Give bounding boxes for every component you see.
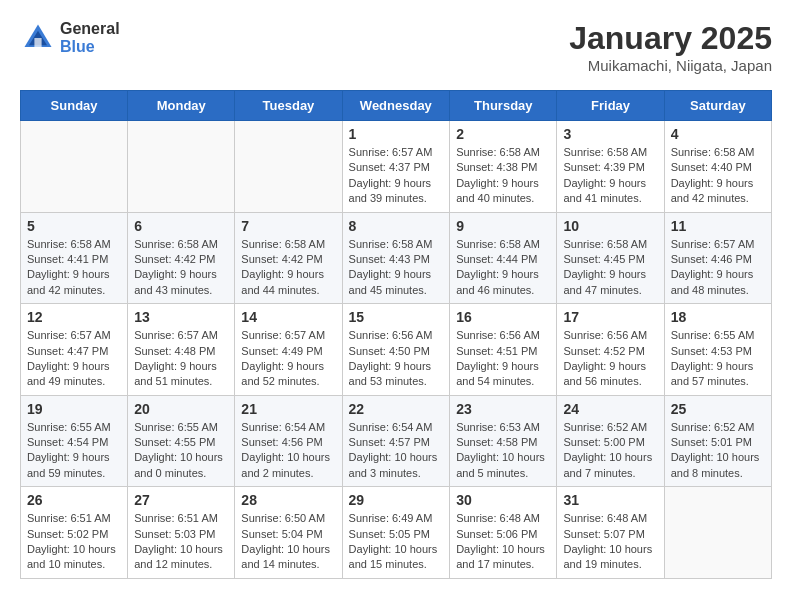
day-detail: Sunrise: 6:56 AM Sunset: 4:52 PM Dayligh… xyxy=(563,328,657,390)
calendar-day-21: 21Sunrise: 6:54 AM Sunset: 4:56 PM Dayli… xyxy=(235,395,342,487)
day-number: 29 xyxy=(349,492,444,508)
calendar-week-row: 12Sunrise: 6:57 AM Sunset: 4:47 PM Dayli… xyxy=(21,304,772,396)
weekday-header-thursday: Thursday xyxy=(450,91,557,121)
calendar-day-17: 17Sunrise: 6:56 AM Sunset: 4:52 PM Dayli… xyxy=(557,304,664,396)
day-detail: Sunrise: 6:50 AM Sunset: 5:04 PM Dayligh… xyxy=(241,511,335,573)
calendar-week-row: 5Sunrise: 6:58 AM Sunset: 4:41 PM Daylig… xyxy=(21,212,772,304)
day-number: 18 xyxy=(671,309,765,325)
calendar-day-empty xyxy=(235,121,342,213)
weekday-header-sunday: Sunday xyxy=(21,91,128,121)
day-number: 5 xyxy=(27,218,121,234)
day-number: 14 xyxy=(241,309,335,325)
day-number: 30 xyxy=(456,492,550,508)
day-detail: Sunrise: 6:52 AM Sunset: 5:01 PM Dayligh… xyxy=(671,420,765,482)
day-detail: Sunrise: 6:52 AM Sunset: 5:00 PM Dayligh… xyxy=(563,420,657,482)
day-number: 10 xyxy=(563,218,657,234)
calendar-day-9: 9Sunrise: 6:58 AM Sunset: 4:44 PM Daylig… xyxy=(450,212,557,304)
day-number: 17 xyxy=(563,309,657,325)
weekday-header-saturday: Saturday xyxy=(664,91,771,121)
logo-text: General Blue xyxy=(60,20,120,55)
svg-rect-2 xyxy=(34,38,41,47)
day-number: 6 xyxy=(134,218,228,234)
calendar-day-14: 14Sunrise: 6:57 AM Sunset: 4:49 PM Dayli… xyxy=(235,304,342,396)
calendar-day-5: 5Sunrise: 6:58 AM Sunset: 4:41 PM Daylig… xyxy=(21,212,128,304)
calendar-day-13: 13Sunrise: 6:57 AM Sunset: 4:48 PM Dayli… xyxy=(128,304,235,396)
day-detail: Sunrise: 6:55 AM Sunset: 4:55 PM Dayligh… xyxy=(134,420,228,482)
logo-blue-text: Blue xyxy=(60,38,120,56)
day-number: 19 xyxy=(27,401,121,417)
day-number: 20 xyxy=(134,401,228,417)
calendar-day-30: 30Sunrise: 6:48 AM Sunset: 5:06 PM Dayli… xyxy=(450,487,557,579)
day-number: 8 xyxy=(349,218,444,234)
calendar-week-row: 1Sunrise: 6:57 AM Sunset: 4:37 PM Daylig… xyxy=(21,121,772,213)
day-number: 1 xyxy=(349,126,444,142)
calendar-week-row: 19Sunrise: 6:55 AM Sunset: 4:54 PM Dayli… xyxy=(21,395,772,487)
day-number: 23 xyxy=(456,401,550,417)
day-detail: Sunrise: 6:58 AM Sunset: 4:44 PM Dayligh… xyxy=(456,237,550,299)
calendar-day-26: 26Sunrise: 6:51 AM Sunset: 5:02 PM Dayli… xyxy=(21,487,128,579)
page-header: General Blue January 2025 Muikamachi, Ni… xyxy=(20,20,772,74)
calendar-day-27: 27Sunrise: 6:51 AM Sunset: 5:03 PM Dayli… xyxy=(128,487,235,579)
day-number: 9 xyxy=(456,218,550,234)
day-detail: Sunrise: 6:53 AM Sunset: 4:58 PM Dayligh… xyxy=(456,420,550,482)
calendar-day-12: 12Sunrise: 6:57 AM Sunset: 4:47 PM Dayli… xyxy=(21,304,128,396)
day-detail: Sunrise: 6:58 AM Sunset: 4:39 PM Dayligh… xyxy=(563,145,657,207)
day-detail: Sunrise: 6:54 AM Sunset: 4:57 PM Dayligh… xyxy=(349,420,444,482)
day-detail: Sunrise: 6:58 AM Sunset: 4:43 PM Dayligh… xyxy=(349,237,444,299)
day-detail: Sunrise: 6:55 AM Sunset: 4:53 PM Dayligh… xyxy=(671,328,765,390)
day-number: 2 xyxy=(456,126,550,142)
day-detail: Sunrise: 6:57 AM Sunset: 4:48 PM Dayligh… xyxy=(134,328,228,390)
calendar-day-10: 10Sunrise: 6:58 AM Sunset: 4:45 PM Dayli… xyxy=(557,212,664,304)
day-detail: Sunrise: 6:57 AM Sunset: 4:49 PM Dayligh… xyxy=(241,328,335,390)
weekday-header-friday: Friday xyxy=(557,91,664,121)
weekday-header-monday: Monday xyxy=(128,91,235,121)
day-detail: Sunrise: 6:48 AM Sunset: 5:07 PM Dayligh… xyxy=(563,511,657,573)
calendar-day-1: 1Sunrise: 6:57 AM Sunset: 4:37 PM Daylig… xyxy=(342,121,450,213)
calendar-day-6: 6Sunrise: 6:58 AM Sunset: 4:42 PM Daylig… xyxy=(128,212,235,304)
day-detail: Sunrise: 6:57 AM Sunset: 4:46 PM Dayligh… xyxy=(671,237,765,299)
calendar-day-8: 8Sunrise: 6:58 AM Sunset: 4:43 PM Daylig… xyxy=(342,212,450,304)
day-number: 21 xyxy=(241,401,335,417)
day-detail: Sunrise: 6:57 AM Sunset: 4:37 PM Dayligh… xyxy=(349,145,444,207)
day-number: 7 xyxy=(241,218,335,234)
day-detail: Sunrise: 6:54 AM Sunset: 4:56 PM Dayligh… xyxy=(241,420,335,482)
calendar-day-20: 20Sunrise: 6:55 AM Sunset: 4:55 PM Dayli… xyxy=(128,395,235,487)
day-number: 3 xyxy=(563,126,657,142)
weekday-header-tuesday: Tuesday xyxy=(235,91,342,121)
day-detail: Sunrise: 6:58 AM Sunset: 4:42 PM Dayligh… xyxy=(134,237,228,299)
calendar-day-29: 29Sunrise: 6:49 AM Sunset: 5:05 PM Dayli… xyxy=(342,487,450,579)
day-number: 31 xyxy=(563,492,657,508)
day-number: 27 xyxy=(134,492,228,508)
calendar-day-22: 22Sunrise: 6:54 AM Sunset: 4:57 PM Dayli… xyxy=(342,395,450,487)
day-number: 16 xyxy=(456,309,550,325)
weekday-header-row: SundayMondayTuesdayWednesdayThursdayFrid… xyxy=(21,91,772,121)
day-number: 12 xyxy=(27,309,121,325)
logo: General Blue xyxy=(20,20,120,56)
calendar-day-19: 19Sunrise: 6:55 AM Sunset: 4:54 PM Dayli… xyxy=(21,395,128,487)
day-number: 4 xyxy=(671,126,765,142)
day-detail: Sunrise: 6:57 AM Sunset: 4:47 PM Dayligh… xyxy=(27,328,121,390)
day-detail: Sunrise: 6:51 AM Sunset: 5:03 PM Dayligh… xyxy=(134,511,228,573)
calendar-day-31: 31Sunrise: 6:48 AM Sunset: 5:07 PM Dayli… xyxy=(557,487,664,579)
day-detail: Sunrise: 6:56 AM Sunset: 4:50 PM Dayligh… xyxy=(349,328,444,390)
calendar-day-24: 24Sunrise: 6:52 AM Sunset: 5:00 PM Dayli… xyxy=(557,395,664,487)
calendar-day-25: 25Sunrise: 6:52 AM Sunset: 5:01 PM Dayli… xyxy=(664,395,771,487)
calendar-day-4: 4Sunrise: 6:58 AM Sunset: 4:40 PM Daylig… xyxy=(664,121,771,213)
subtitle: Muikamachi, Niigata, Japan xyxy=(569,57,772,74)
logo-general-text: General xyxy=(60,20,120,38)
day-number: 15 xyxy=(349,309,444,325)
calendar-day-empty xyxy=(21,121,128,213)
calendar-day-empty xyxy=(664,487,771,579)
day-number: 25 xyxy=(671,401,765,417)
main-title: January 2025 xyxy=(569,20,772,57)
day-number: 24 xyxy=(563,401,657,417)
day-number: 26 xyxy=(27,492,121,508)
calendar-day-18: 18Sunrise: 6:55 AM Sunset: 4:53 PM Dayli… xyxy=(664,304,771,396)
calendar-day-23: 23Sunrise: 6:53 AM Sunset: 4:58 PM Dayli… xyxy=(450,395,557,487)
day-detail: Sunrise: 6:51 AM Sunset: 5:02 PM Dayligh… xyxy=(27,511,121,573)
calendar-day-empty xyxy=(128,121,235,213)
calendar-week-row: 26Sunrise: 6:51 AM Sunset: 5:02 PM Dayli… xyxy=(21,487,772,579)
day-detail: Sunrise: 6:58 AM Sunset: 4:41 PM Dayligh… xyxy=(27,237,121,299)
day-detail: Sunrise: 6:58 AM Sunset: 4:38 PM Dayligh… xyxy=(456,145,550,207)
calendar-day-28: 28Sunrise: 6:50 AM Sunset: 5:04 PM Dayli… xyxy=(235,487,342,579)
